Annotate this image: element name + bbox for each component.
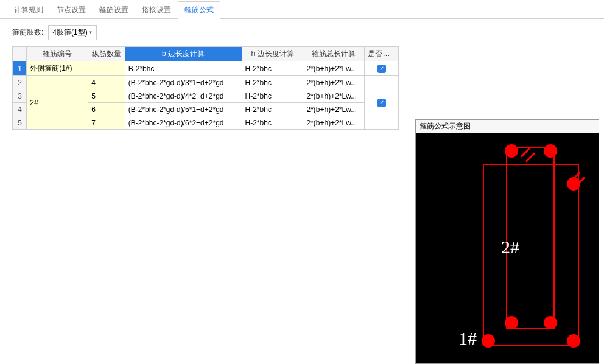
rebar-dot: [505, 144, 518, 158]
cell-total[interactable]: 2*(b+h)+2*Lw...: [303, 89, 365, 103]
cell-b[interactable]: B-2*bhc: [125, 61, 242, 76]
cell-h[interactable]: H-2*bhc: [242, 76, 303, 89]
cell-count[interactable]: 5: [88, 89, 125, 103]
rebar-dot: [544, 316, 557, 329]
diagram-panel: 箍筋公式示意图 1# 2#: [415, 119, 599, 364]
stirrup-1-rect: [483, 164, 579, 346]
tab-calc-rules[interactable]: 计算规则: [7, 1, 50, 18]
header-h-length[interactable]: h 边长度计算: [242, 47, 303, 61]
cell-total[interactable]: 2*(b+h)+2*Lw...: [303, 61, 365, 76]
tab-node-settings[interactable]: 节点设置: [50, 1, 93, 18]
cell-b[interactable]: (B-2*bhc-2*gd-d)/5*1+d+2*gd: [125, 103, 242, 116]
row-number[interactable]: 5: [13, 116, 27, 130]
cell-h[interactable]: H-2*bhc: [242, 103, 303, 116]
cell-total[interactable]: 2*(b+h)+2*Lw...: [303, 116, 365, 130]
checkbox-icon[interactable]: ✓: [378, 65, 386, 73]
table-row[interactable]: 2 2# 4 (B-2*bhc-2*gd-d)/3*1+d+2*gd H-2*b…: [13, 76, 399, 89]
row-number[interactable]: 3: [13, 89, 27, 103]
cell-name[interactable]: 2#: [27, 76, 88, 130]
cell-h[interactable]: H-2*bhc: [242, 61, 303, 76]
rebar-dot: [505, 316, 518, 329]
checkbox-icon[interactable]: ✓: [378, 99, 386, 107]
diagram-canvas: 1# 2#: [416, 133, 599, 363]
cell-count[interactable]: 7: [88, 116, 125, 130]
cell-total[interactable]: 2*(b+h)+2*Lw...: [303, 76, 365, 89]
stirrup-type-dropdown[interactable]: 4肢箍(1型) ▼: [48, 25, 97, 40]
cell-name[interactable]: 外侧箍筋(1#): [27, 61, 88, 76]
stirrup-count-label: 箍筋肢数:: [12, 27, 43, 38]
tab-stirrup-formula[interactable]: 箍筋公式: [178, 1, 220, 19]
tab-lap-settings[interactable]: 搭接设置: [135, 1, 178, 18]
header-total-length[interactable]: 箍筋总长计算: [303, 47, 365, 61]
cell-h[interactable]: H-2*bhc: [242, 116, 303, 130]
row-number[interactable]: 1: [13, 61, 27, 76]
table-header-row: 箍筋编号 纵筋数量 b 边长度计算 h 边长度计算 箍筋总长计算 是否输出: [13, 47, 399, 61]
header-b-length[interactable]: b 边长度计算: [125, 47, 242, 61]
cell-b[interactable]: (B-2*bhc-2*gd-d)/6*2+d+2*gd: [125, 116, 242, 130]
rebar-dot: [544, 144, 557, 158]
tab-bar: 计算规则 节点设置 箍筋设置 搭接设置 箍筋公式: [0, 0, 604, 19]
chevron-down-icon: ▼: [88, 30, 93, 35]
row-number[interactable]: 2: [13, 76, 27, 89]
cell-total[interactable]: 2*(b+h)+2*Lw...: [303, 103, 365, 116]
cell-count[interactable]: 6: [88, 103, 125, 116]
tab-stirrup-settings[interactable]: 箍筋设置: [93, 1, 135, 18]
diagram-title: 箍筋公式示意图: [416, 120, 599, 133]
cell-h[interactable]: H-2*bhc: [242, 89, 303, 103]
cell-b[interactable]: (B-2*bhc-2*gd-d)/3*1+d+2*gd: [125, 76, 242, 89]
cell-count[interactable]: [88, 61, 125, 76]
rebar-dot: [482, 334, 495, 348]
header-name[interactable]: 箍筋编号: [27, 47, 88, 61]
cell-count[interactable]: 4: [88, 76, 125, 89]
header-count[interactable]: 纵筋数量: [88, 47, 125, 61]
rebar-dot: [567, 334, 580, 348]
header-rownum: [13, 47, 27, 61]
table-row[interactable]: 1 外侧箍筋(1#) B-2*bhc H-2*bhc 2*(b+h)+2*Lw.…: [13, 61, 399, 76]
diagram-label-1: 1#: [458, 328, 477, 349]
row-number[interactable]: 4: [13, 103, 27, 116]
cell-output[interactable]: ✓: [365, 61, 399, 76]
dropdown-value: 4肢箍(1型): [52, 27, 87, 38]
header-output[interactable]: 是否输出: [365, 47, 399, 61]
formula-table: 箍筋编号 纵筋数量 b 边长度计算 h 边长度计算 箍筋总长计算 是否输出 1 …: [12, 46, 399, 130]
toolbar: 箍筋肢数: 4肢箍(1型) ▼: [0, 19, 604, 46]
cell-b[interactable]: (B-2*bhc-2*gd-d)/4*2+d+2*gd: [125, 89, 242, 103]
cell-output[interactable]: ✓: [365, 76, 399, 130]
diagram-label-2: 2#: [501, 237, 519, 257]
